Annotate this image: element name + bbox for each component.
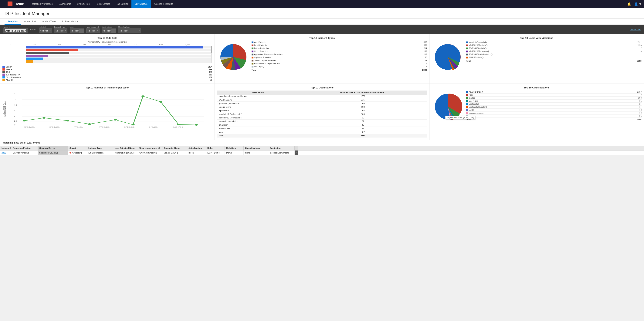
page-title: DLP Incident Manager (4, 11, 640, 16)
present-select-wrapper[interactable]: Data in-use/motion (3, 28, 28, 33)
incident-type-select[interactable]: No Filter (54, 28, 68, 33)
incident-types-panel: Top 10 Incident Types (215, 34, 430, 84)
svg-text:9/3/21: 9/3/21 (149, 126, 158, 128)
pie-label-printer: Printer Protection (254, 47, 269, 49)
dest-count-8: 48 (299, 123, 427, 127)
col-header-rules[interactable]: Rules (206, 146, 225, 150)
cell-incident-type-0: Email Protection (87, 151, 113, 155)
rule-set-select-wrapper[interactable]: No Filter (39, 28, 52, 33)
col-header-destination[interactable]: Destination (268, 146, 294, 150)
col-header-actual-action[interactable]: Actual Action (187, 146, 206, 150)
class-value-macregex: 31 (640, 100, 642, 102)
nav-item-queries[interactable]: Queries & Reports (151, 0, 176, 8)
col-header-computer[interactable]: Computer Name (162, 146, 187, 150)
dest-row-more: More 437 (217, 130, 427, 134)
pie-color-appfile (252, 54, 254, 55)
nav-item-dashboards[interactable]: Dashboards (56, 0, 74, 8)
col-header-user-principal[interactable]: User Principal Name (113, 146, 138, 150)
tab-analytics[interactable]: Analytics (4, 19, 20, 25)
legend-value-wppr: 429 (209, 68, 212, 71)
bar-row-5 (2, 60, 212, 63)
pie-value-cloud: 132 (424, 50, 427, 52)
class-legend-common: Common disease 12 (466, 112, 642, 115)
matching-status: Matching 2,883 out of 2,883 events (0, 140, 644, 146)
incident-type-select-wrapper[interactable]: No Filter (54, 28, 68, 33)
users-legend-ps-admin: PS-RS5X64\Administrator@ 1 (466, 53, 642, 56)
class-value-none: 449 (638, 94, 642, 96)
time-occurred-select[interactable]: No Filter (86, 28, 100, 33)
time-occurred-select-wrapper[interactable]: No Filter (86, 28, 100, 33)
user-dots-button[interactable]: ··· (79, 29, 84, 33)
col-header-reporting[interactable]: Reporting Product (11, 146, 38, 150)
bar-row-4 (2, 57, 212, 60)
destinations-select[interactable]: No Filter (102, 30, 112, 32)
incident-types-title: Top 10 Incident Types (217, 37, 427, 39)
classifications-pie-wrapper: Keyword+Dict+AP: (2,159, 73%) (432, 91, 464, 123)
row-expand-arrow[interactable]: › (294, 151, 298, 155)
dest-total-value: 2883 (299, 134, 427, 138)
tab-incident-list[interactable]: Incident List (20, 19, 39, 25)
class-label-common: Common disease (469, 112, 484, 114)
col-header-occurred[interactable]: Occurred (... ▲ (38, 146, 68, 150)
users-label-vr2: VR-20H2X32-1\admin@ (469, 50, 489, 52)
class-label-lbtr: LBTR (469, 109, 474, 111)
legend-value-afapr: 58 (210, 79, 212, 81)
legend-value-cloudprotection: 132 (209, 76, 212, 78)
dest-row-0: incoming.telemetry.mozilla.org 1666 (217, 95, 427, 98)
table-scroll-right[interactable] (294, 146, 298, 150)
users-label-ps: PS-RS5X64\admin@ (469, 47, 486, 49)
col-header-incident-id[interactable]: Incident ID (0, 146, 11, 150)
users-legend-funadmin: funadmin@qamain.loc 1521 (466, 41, 642, 44)
nav-item-protection[interactable]: Protection Workspace (28, 0, 56, 8)
hamburger-icon[interactable]: ☰ (2, 2, 5, 6)
legend-label-afapr: AFAPR (6, 79, 13, 81)
clear-filters-button[interactable]: Clear Filters (630, 28, 641, 31)
dest-name-1: 172.27.108.79 (217, 98, 299, 102)
col-header-user-logon[interactable]: User Logon Name (d (138, 146, 162, 150)
nav-item-policy-catalog[interactable]: Policy Catalog (93, 0, 113, 8)
classifications-select[interactable]: No Filter (118, 28, 141, 33)
user-filter-group: User No Filter ··· (70, 26, 84, 33)
svg-point-35 (159, 101, 162, 103)
nav-item-tag-catalog[interactable]: Tag Catalog (113, 0, 132, 8)
svg-rect-1 (10, 1, 12, 4)
user-input-wrap: No Filter ··· (70, 28, 84, 33)
dest-count-header: Number of DLP Data In-use/motion Inciden… (299, 91, 427, 95)
rule-sets-scrollbar[interactable] (211, 46, 212, 63)
dest-row-7: vr-epo-01.qamain.loc 61 (217, 120, 427, 123)
dest-row-8: gmail.com 48 (217, 123, 427, 127)
pie-label-web: Web Protection (254, 41, 267, 43)
col-header-severity[interactable]: Severity (68, 146, 87, 150)
dest-name-0: incoming.telemetry.mozilla.org (217, 95, 299, 98)
nav-item-dlp-discover[interactable]: DLP Discover (132, 0, 151, 8)
tab-incident-history[interactable]: Incident History (59, 19, 81, 25)
classifications-pie-container: Keyword+Dict+AP: (2,159, 73%) Keyword+Di… (432, 91, 642, 123)
severity-dot-0 (70, 152, 71, 154)
cell-incident-id-0: 2883 (0, 151, 11, 155)
col-header-rule-sets[interactable]: Rule Sets (225, 146, 244, 150)
user-icon[interactable]: 👤 ▼ (634, 2, 642, 6)
users-color-vr2 (466, 50, 468, 52)
class-value-confidential: 24 (640, 103, 642, 105)
class-legend-none: None 449 (466, 94, 642, 97)
notifications-icon[interactable]: 🔔 (628, 2, 631, 6)
rule-set-select[interactable]: No Filter (39, 28, 52, 33)
incident-id-link[interactable]: 2883 (2, 152, 6, 154)
tab-incident-tasks[interactable]: Incident Tasks (39, 19, 59, 25)
nav-item-system-tree[interactable]: System Tree (74, 0, 93, 8)
svg-text:8/13/21: 8/13/21 (124, 126, 134, 128)
col-header-classifications[interactable]: Classifications (244, 146, 268, 150)
dest-col-header: Destination (217, 91, 299, 95)
cell-actual-action-0: Block (187, 151, 206, 155)
destinations-dots-button[interactable]: ··· (112, 29, 116, 33)
dest-row-9: winword.exe 47 (217, 127, 427, 130)
classifications-select-wrapper[interactable]: No Filter (118, 28, 141, 33)
present-select[interactable]: Data in-use/motion (5, 29, 26, 32)
pie-color-cloud (252, 50, 254, 52)
user-select[interactable]: No Filter (70, 30, 79, 32)
class-legend-confidential: Confidential 24 (466, 103, 642, 106)
pie-color-removable (252, 63, 254, 64)
col-header-incident-type[interactable]: Incident Type (87, 146, 113, 150)
destinations-title: Top 10 Destinations (217, 86, 427, 89)
pie-color-printer (252, 47, 254, 49)
